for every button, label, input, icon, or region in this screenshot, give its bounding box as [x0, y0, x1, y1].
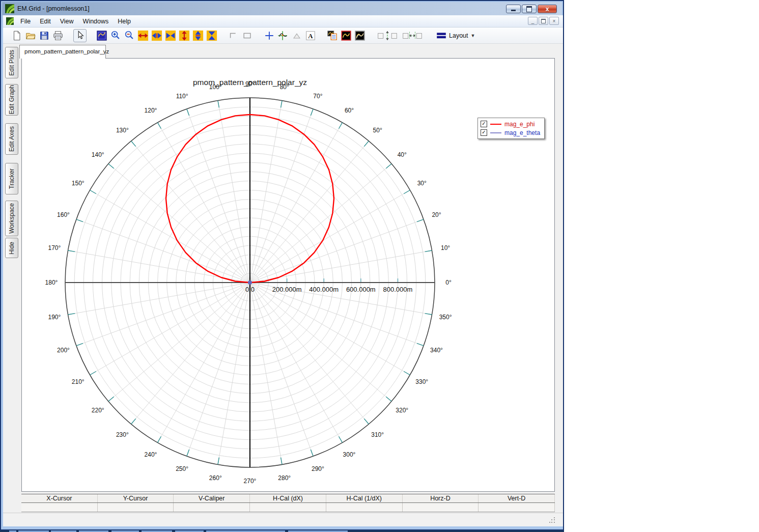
angle-tick	[417, 343, 424, 346]
menu-item-edit[interactable]: Edit	[35, 16, 55, 27]
plot-list-button[interactable]	[326, 29, 339, 42]
split-y-button[interactable]	[191, 29, 205, 42]
compress-y-button[interactable]	[205, 29, 218, 42]
zoom-in-button[interactable]	[109, 29, 122, 42]
angle-tick	[108, 397, 114, 401]
compress-x-button[interactable]	[164, 29, 177, 42]
new-file-button[interactable]	[10, 29, 23, 42]
polar-chart[interactable]: 0°10°20°30°40°50°60°70°80°90°100°110°120…	[22, 59, 554, 491]
sidebar-tab-label: Edit Graph	[8, 85, 15, 114]
open-file-button[interactable]	[24, 29, 37, 42]
resize-grip[interactable]	[549, 517, 556, 524]
triangle-icon	[291, 30, 302, 41]
print-button[interactable]	[51, 29, 65, 42]
angle-label: 120°	[145, 107, 157, 114]
angle-tick	[339, 123, 343, 129]
angle-label: 180°	[45, 279, 58, 286]
menu-item-view[interactable]: View	[55, 16, 78, 27]
polar-grid-spoke	[108, 164, 250, 283]
sidebar-tab-edit-graph[interactable]: Edit Graph	[5, 84, 18, 116]
mdi-minimize-button[interactable]: _	[528, 17, 538, 25]
plot-single-button[interactable]	[340, 29, 353, 42]
svg-text:A: A	[308, 32, 313, 39]
menu-bar: FileEditViewWindowsHelp _ ×	[3, 15, 563, 27]
expand-x-button[interactable]	[136, 29, 150, 42]
sidebar-tab-edit-axes[interactable]: Edit Axes	[5, 123, 18, 155]
expand-y-button[interactable]	[178, 29, 191, 42]
triangle-button[interactable]	[290, 29, 303, 42]
sidebar-tab-workspace[interactable]: Workspace	[5, 201, 18, 236]
angle-label: 30°	[417, 180, 427, 187]
mdi-restore-button[interactable]	[539, 17, 548, 25]
angle-tick	[158, 436, 161, 442]
split-y-icon	[192, 30, 204, 41]
cursor-col-header: H-Cal (dX)	[250, 494, 326, 502]
cursor-col-header: Vert-D	[479, 494, 555, 502]
legend-checkbox[interactable]: ✓	[481, 129, 487, 136]
angle-label: 230°	[116, 431, 129, 438]
split-x-icon	[151, 30, 162, 41]
zoom-fit-button[interactable]	[95, 29, 108, 42]
rect-select-icon	[242, 30, 253, 41]
compress-y-icon	[206, 30, 217, 41]
layout-label: Layout	[449, 32, 468, 39]
angle-label: 60°	[345, 107, 354, 114]
angle-tick	[425, 314, 432, 315]
split-x-button[interactable]	[150, 29, 163, 42]
angle-label: 40°	[398, 151, 407, 158]
polar-grid-spoke	[131, 283, 250, 424]
angle-tick	[90, 190, 96, 194]
text-button[interactable]: A	[304, 29, 317, 42]
chart-panel: 0°10°20°30°40°50°60°70°80°90°100°110°120…	[21, 58, 555, 492]
minimize-button[interactable]	[506, 5, 521, 13]
zoom-out-button[interactable]	[123, 29, 136, 42]
new-file-icon	[11, 30, 22, 41]
angle-tick	[404, 372, 410, 375]
corner-select-icon	[228, 30, 239, 41]
menu-item-windows[interactable]: Windows	[78, 16, 114, 27]
close-icon: x	[546, 6, 549, 13]
angle-tick	[131, 141, 136, 147]
hspan-boxes-button[interactable]	[400, 29, 425, 42]
cursor-col-value	[98, 503, 174, 512]
mdi-close-button[interactable]: ×	[549, 17, 559, 25]
angle-tick	[218, 101, 219, 108]
menu-item-file[interactable]: File	[16, 16, 35, 27]
angle-label: 220°	[92, 407, 104, 414]
angle-label: 250°	[176, 465, 188, 472]
expand-x-icon	[137, 30, 149, 41]
zoom-in-icon	[110, 30, 121, 41]
crosshair-button[interactable]	[263, 29, 276, 42]
doc-tab[interactable]: pmom_pattern_pattern_polar_yz	[19, 45, 106, 59]
tracker-button[interactable]	[276, 29, 290, 42]
pointer-button[interactable]	[73, 29, 87, 42]
rect-select-button[interactable]	[241, 29, 254, 42]
corner-select-button[interactable]	[227, 29, 240, 42]
legend-checkbox[interactable]: ✓	[481, 121, 487, 127]
angle-label: 0°	[445, 279, 452, 286]
crosshair-icon	[264, 30, 275, 41]
close-button[interactable]: x	[538, 5, 557, 13]
angle-label: 290°	[312, 465, 324, 472]
cursor-col-header: H-Cal (1/dX)	[326, 494, 403, 502]
angle-label: 190°	[48, 314, 61, 321]
angle-label: 20°	[432, 211, 441, 218]
series-mag_e_theta	[248, 281, 252, 285]
save-button[interactable]	[38, 29, 51, 42]
angle-tick	[281, 458, 282, 465]
window-title: EM.Grid - [pmomlesson1]	[17, 5, 90, 12]
sidebar-tab-hide[interactable]: Hide	[5, 238, 18, 258]
menu-item-help[interactable]: Help	[113, 16, 135, 27]
layout-dropdown-button[interactable]: Layout▼	[433, 31, 478, 41]
document-logo-icon	[6, 17, 14, 25]
angle-label: 260°	[209, 474, 222, 482]
angle-label: 10°	[441, 244, 450, 251]
plot-multi-button[interactable]	[353, 29, 367, 42]
sidebar-tab-tracker[interactable]: Tracker	[5, 163, 18, 194]
sidebar-tab-label: Workspace	[8, 203, 15, 234]
cursor-readout-table: X-CursorY-CursorV-CaliperH-Cal (dX)H-Cal…	[21, 494, 555, 512]
vspan-boxes-button[interactable]	[375, 29, 400, 42]
sidebar-tab-edit-plots[interactable]: Edit Plots	[5, 47, 18, 78]
angle-label: 320°	[396, 407, 408, 414]
restore-button[interactable]	[522, 5, 537, 13]
